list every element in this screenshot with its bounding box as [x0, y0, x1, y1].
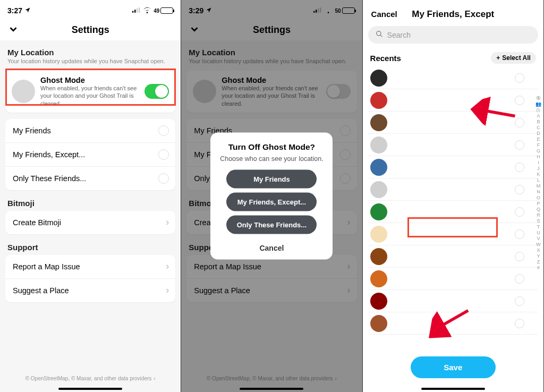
recents-header: Recents + Select All [363, 46, 543, 67]
select-all-button[interactable]: + Select All [491, 52, 536, 64]
svg-point-8 [376, 31, 380, 36]
ghost-mode-title: Ghost Mode [40, 76, 139, 84]
friend-row[interactable] [368, 290, 538, 312]
modal-my-friends-except-button[interactable]: My Friends, Except... [226, 193, 317, 211]
modal-title: Turn Off Ghost Mode? [218, 142, 325, 152]
plus-icon: + [496, 54, 500, 62]
chevron-right-icon: › [166, 285, 169, 296]
avatar [370, 70, 387, 87]
chevron-right-icon: › [166, 217, 169, 228]
friend-row[interactable] [368, 178, 538, 201]
friends-header: Cancel My Friends, Except [363, 0, 543, 24]
location-icon [24, 6, 31, 15]
home-indicator[interactable] [58, 388, 122, 390]
settings-header: Settings [0, 19, 181, 40]
avatar [370, 315, 387, 332]
page-title: Settings [72, 24, 109, 36]
report-map-issue-row[interactable]: Report a Map Issue› [5, 255, 175, 279]
ghost-avatar-icon [12, 80, 35, 103]
settings-panel: 3:27 49 Settings My Location Your locati… [0, 0, 181, 392]
svg-rect-2 [137, 8, 138, 13]
settings-panel-modal: 3:29 50 Settings My Location Your locati… [181, 0, 362, 392]
clock-icon: ◷ [536, 107, 540, 113]
avatar [370, 203, 387, 220]
cancel-button[interactable]: Cancel [371, 10, 397, 19]
friend-row[interactable] [368, 268, 538, 290]
signal-icon [132, 6, 141, 15]
friend-row[interactable] [368, 89, 538, 112]
bitmoji-section-label: Bitmoji [0, 197, 181, 209]
avatar [370, 248, 387, 265]
friend-row[interactable] [368, 312, 538, 335]
bitmoji-card: Create Bitmoji› [5, 211, 175, 234]
search-input[interactable]: Search [368, 26, 538, 44]
svg-rect-0 [132, 11, 133, 13]
alphabet-index[interactable]: ⦿ 👥 ◷ ABCDEFGHIJKLMNOPQRSTUVWXYZ# [536, 96, 541, 270]
support-card: Report a Map Issue› Suggest a Place› [5, 255, 175, 302]
friend-row[interactable] [368, 134, 538, 156]
option-only-these-friends[interactable]: Only These Friends... [5, 167, 175, 190]
home-indicator[interactable] [421, 388, 485, 390]
ghost-mode-card: Ghost Mode When enabled, your friends ca… [5, 71, 175, 113]
option-my-friends[interactable]: My Friends [5, 119, 175, 143]
friend-row[interactable] [368, 156, 538, 178]
recents-label: Recents [370, 54, 401, 63]
status-bar: 3:27 49 [0, 0, 181, 19]
group-icon: ⦿ [536, 96, 541, 101]
people-icon: 👥 [536, 101, 541, 107]
friend-row[interactable] [368, 201, 538, 223]
footer-attribution[interactable]: © OpenStreetMap, © Maxar, and other data… [0, 376, 181, 381]
page-title: My Friends, Except [412, 9, 494, 20]
save-button[interactable]: Save [411, 356, 496, 378]
radio-unchecked [158, 173, 169, 184]
friends-except-panel: Cancel My Friends, Except Search Recents… [363, 0, 544, 392]
battery-indicator: 49 [154, 7, 173, 14]
avatar [370, 92, 387, 109]
modal-my-friends-button[interactable]: My Friends [226, 170, 317, 189]
ghost-mode-desc: When enabled, your friends can't see you… [40, 84, 139, 107]
friend-row[interactable] [368, 67, 538, 89]
modal-cancel-button[interactable]: Cancel [218, 238, 325, 254]
radio-unchecked [158, 149, 169, 160]
avatar [370, 226, 387, 243]
radio-unchecked [158, 125, 169, 136]
ghost-mode-modal: Turn Off Ghost Mode? Choose who can see … [210, 133, 333, 260]
friend-row[interactable] [368, 245, 538, 268]
chevron-right-icon: › [166, 261, 169, 272]
modal-subtitle: Choose who can see your location. [218, 155, 325, 163]
search-icon [376, 30, 383, 39]
svg-rect-3 [139, 7, 140, 13]
avatar [370, 159, 387, 176]
friend-row[interactable] [368, 112, 538, 134]
visibility-options-card: My Friends My Friends, Except... Only Th… [5, 119, 175, 190]
suggest-place-row[interactable]: Suggest a Place› [5, 279, 175, 302]
svg-line-9 [380, 35, 382, 37]
avatar [370, 181, 387, 198]
ghost-mode-toggle[interactable] [144, 84, 169, 99]
status-time: 3:27 [7, 6, 22, 15]
avatar [370, 270, 387, 287]
radio-unchecked [515, 73, 524, 83]
search-placeholder: Search [387, 31, 411, 39]
wifi-icon [143, 6, 151, 15]
support-section-label: Support [0, 241, 181, 253]
location-section-subtitle: Your location history updates while you … [0, 58, 181, 69]
option-my-friends-except[interactable]: My Friends, Except... [5, 143, 175, 167]
avatar [370, 137, 387, 154]
avatar [370, 293, 387, 310]
modal-only-these-friends-button[interactable]: Only These Friends... [226, 216, 317, 234]
avatar [370, 114, 387, 131]
friend-row[interactable] [368, 223, 538, 245]
location-section-label: My Location [0, 46, 181, 58]
create-bitmoji-row[interactable]: Create Bitmoji› [5, 211, 175, 234]
svg-rect-1 [134, 10, 135, 13]
friend-list[interactable] [363, 67, 543, 335]
back-chevron[interactable] [7, 23, 19, 37]
